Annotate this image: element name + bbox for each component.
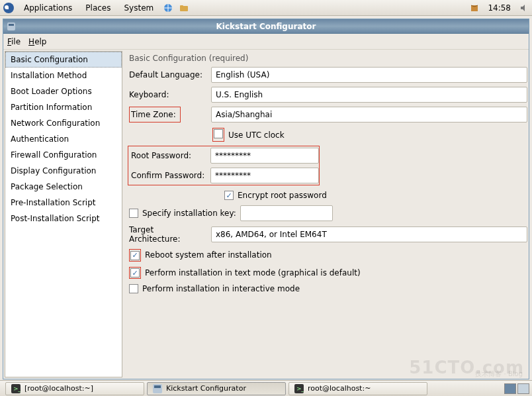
taskbar-label-3: root@localhost:~ xyxy=(308,384,371,393)
interactive-checkbox[interactable] xyxy=(129,284,138,293)
label-interactive: Perform installation in interactive mode xyxy=(142,284,300,293)
label-time-zone: Time Zone: xyxy=(126,107,207,123)
svg-text:>_: >_ xyxy=(13,385,21,392)
application-window: Kickstart Configurator File Help Basic C… xyxy=(3,19,529,379)
taskbar-label-1: [root@localhost:~] xyxy=(24,384,93,393)
titlebar[interactable]: Kickstart Configurator xyxy=(3,19,529,34)
highlight-text-mode xyxy=(129,267,141,279)
menu-applications[interactable]: Applications xyxy=(20,2,76,14)
svg-rect-3 xyxy=(180,5,183,7)
menubar: File Help xyxy=(3,34,529,50)
sidebar-item-package-selection[interactable]: Package Selection xyxy=(5,179,122,195)
keyboard-combo[interactable] xyxy=(211,87,527,103)
app-icon-small xyxy=(153,384,162,393)
form-area: Basic Configuration (required) Default L… xyxy=(125,51,527,377)
taskbar-label-2: Kickstart Configurator xyxy=(166,384,246,393)
workspace-2[interactable] xyxy=(517,383,529,394)
workspace-1[interactable] xyxy=(504,383,516,394)
menu-places[interactable]: Places xyxy=(81,2,114,14)
sidebar-item-display-configuration[interactable]: Display Configuration xyxy=(5,163,122,179)
specify-key-checkbox[interactable] xyxy=(129,209,138,218)
window-body: Basic Configuration Installation Method … xyxy=(3,50,529,379)
svg-rect-12 xyxy=(154,385,161,388)
menu-help[interactable]: Help xyxy=(28,37,46,46)
sidebar-item-authentication[interactable]: Authentication xyxy=(5,131,122,147)
encrypt-password-checkbox[interactable] xyxy=(224,191,234,200)
taskbar-item-terminal-2[interactable]: >_ root@localhost:~ xyxy=(288,382,427,395)
label-keyboard: Keyboard: xyxy=(126,90,207,99)
app-icon xyxy=(6,21,17,32)
sidebar-item-network-configuration[interactable]: Network Configuration xyxy=(5,115,122,131)
target-architecture-combo[interactable] xyxy=(211,226,527,242)
label-root-password: Root Password: xyxy=(128,151,206,160)
sidebar-item-firewall-configuration[interactable]: Firewall Configuration xyxy=(5,147,122,163)
label-encrypt-password: Encrypt root password xyxy=(238,191,327,200)
terminal-icon: >_ xyxy=(11,384,21,393)
terminal-icon: >_ xyxy=(294,384,304,393)
root-password-field[interactable] xyxy=(210,148,319,164)
label-target-architecture: Target Architecture: xyxy=(126,225,207,244)
confirm-password-field[interactable] xyxy=(210,168,319,183)
label-reboot: Reboot system after installation xyxy=(145,250,272,260)
text-mode-checkbox[interactable] xyxy=(130,268,140,277)
label-text-mode: Perform installation in text mode (graph… xyxy=(145,268,361,277)
sidebar-item-boot-loader-options[interactable]: Boot Loader Options xyxy=(5,83,122,99)
menu-file[interactable]: File xyxy=(7,37,21,46)
bottom-panel: >_ [root@localhost:~] Kickstart Configur… xyxy=(0,380,532,396)
label-default-language: Default Language: xyxy=(126,70,207,79)
sidebar: Basic Configuration Installation Method … xyxy=(5,51,122,377)
folder-icon[interactable] xyxy=(179,3,189,13)
sidebar-item-partition-information[interactable]: Partition Information xyxy=(5,99,122,115)
fedora-icon xyxy=(3,2,15,14)
svg-rect-4 xyxy=(471,5,478,11)
use-utc-checkbox[interactable] xyxy=(214,129,223,138)
taskbar-item-kickstart[interactable]: Kickstart Configurator xyxy=(147,382,286,395)
svg-rect-6 xyxy=(9,24,14,26)
globe-icon[interactable] xyxy=(163,3,173,13)
top-panel: Applications Places System 14:58 xyxy=(0,0,532,16)
package-icon[interactable] xyxy=(469,3,480,13)
label-confirm-password: Confirm Password: xyxy=(128,171,206,180)
clock[interactable]: 14:58 xyxy=(485,3,513,13)
sidebar-item-post-installation-script[interactable]: Post-Installation Script xyxy=(5,211,122,226)
sidebar-item-basic-configuration[interactable]: Basic Configuration xyxy=(5,52,122,68)
sidebar-item-installation-method[interactable]: Installation Method xyxy=(5,68,122,83)
volume-icon[interactable] xyxy=(519,3,529,13)
label-specify-key: Specify installation key: xyxy=(142,209,236,218)
svg-rect-5 xyxy=(7,23,15,30)
highlight-utc xyxy=(212,128,224,142)
highlight-reboot xyxy=(129,249,141,262)
label-use-utc: Use UTC clock xyxy=(228,130,285,140)
reboot-checkbox[interactable] xyxy=(130,251,140,260)
workspace-switcher[interactable] xyxy=(504,383,529,394)
menu-system[interactable]: System xyxy=(120,2,157,14)
installation-key-field[interactable] xyxy=(240,205,333,221)
window-title: Kickstart Configurator xyxy=(216,22,316,31)
svg-text:>_: >_ xyxy=(296,385,304,392)
sidebar-item-pre-installation-script[interactable]: Pre-Installation Script xyxy=(5,195,122,211)
default-language-combo[interactable] xyxy=(211,67,527,83)
time-zone-combo[interactable] xyxy=(211,107,527,123)
taskbar-item-terminal-1[interactable]: >_ [root@localhost:~] xyxy=(5,382,144,395)
section-title: Basic Configuration (required) xyxy=(126,52,527,67)
